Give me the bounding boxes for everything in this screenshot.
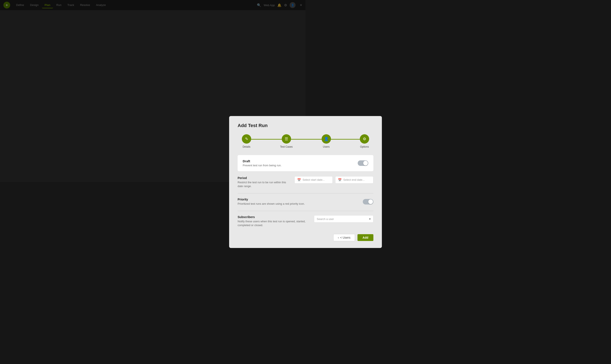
draft-title: Draft [243, 159, 282, 163]
step-test-cases-circle: ☰ [282, 134, 291, 143]
list-icon: ☰ [285, 137, 288, 141]
stepper-line [250, 139, 306, 140]
period-description: Restrict the test run to be run within t… [238, 181, 289, 182]
step-test-cases[interactable]: ☰ Test Cases [280, 134, 293, 148]
step-details[interactable]: ✎ Details [242, 134, 251, 148]
stepper: ✎ Details ☰ Test Cases 👤 Users ⚙ [238, 134, 306, 148]
edit-icon: ✎ [245, 137, 248, 141]
period-controls: 📅 Select start date... 📅 Select end date… [295, 176, 306, 182]
modal-overlay: Add Test Run ✎ Details ☰ Test Cases 👤 [0, 0, 306, 182]
step-details-label: Details [243, 145, 250, 148]
period-row: Period Restrict the test run to be run w… [238, 176, 306, 182]
draft-info: Draft Prevent test run from being run. [243, 159, 282, 167]
step-details-circle: ✎ [242, 134, 251, 143]
modal-title: Add Test Run [238, 123, 306, 128]
calendar-icon: 📅 [297, 178, 301, 182]
draft-description: Prevent test run from being run. [243, 164, 282, 167]
add-test-run-modal: Add Test Run ✎ Details ☰ Test Cases 👤 [229, 116, 306, 182]
period-title: Period [238, 176, 289, 180]
start-date-input[interactable]: 📅 Select start date... [295, 176, 306, 182]
start-date-placeholder: Select start date... [302, 178, 306, 181]
step-test-cases-label: Test Cases [280, 145, 293, 148]
draft-section: Draft Prevent test run from being run. [238, 155, 306, 171]
period-section: Period Restrict the test run to be run w… [238, 176, 306, 182]
period-info: Period Restrict the test run to be run w… [238, 176, 289, 182]
